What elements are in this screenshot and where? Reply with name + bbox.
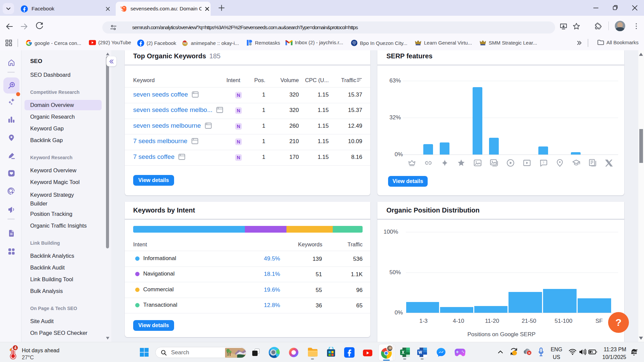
svg-text:?: ? <box>542 161 544 164</box>
